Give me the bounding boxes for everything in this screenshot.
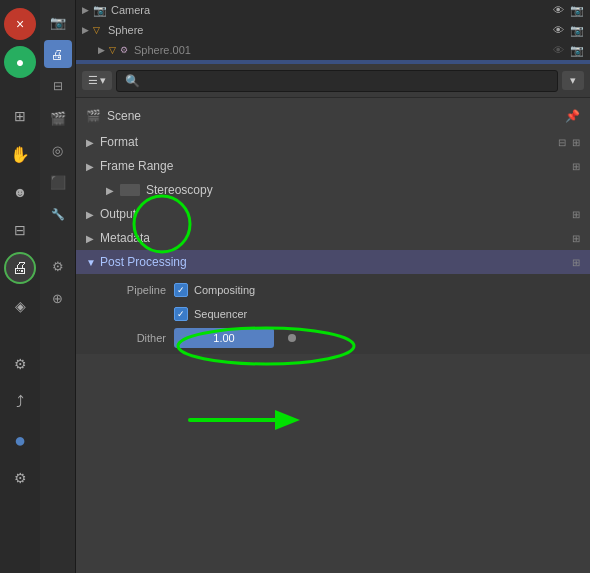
sphere-label: Sphere <box>108 24 143 36</box>
modifier-icon[interactable]: 🔧 <box>44 200 72 228</box>
frame-range-icon1: ⊞ <box>572 161 580 172</box>
search-box[interactable]: 🔍 <box>116 70 558 92</box>
dither-input[interactable] <box>174 328 274 348</box>
eye-icon[interactable]: 👁 <box>553 4 564 17</box>
sphere-icon: ▽ <box>93 25 100 35</box>
compositing-checkbox-row: ✓ Compositing <box>174 283 255 297</box>
sequencer-checkbox[interactable]: ✓ <box>174 307 188 321</box>
dither-label: Dither <box>106 332 166 344</box>
sphere001-row[interactable]: ▶ ▽ ⚙ Sphere.001 👁 📷 <box>76 40 590 60</box>
header-toolbar: ☰ ▾ 🔍 ▾ <box>76 64 590 98</box>
eye-icon2[interactable]: 👁 <box>553 24 564 37</box>
world-props-icon[interactable]: ◎ <box>44 136 72 164</box>
left-sidebar: × ● ⊞ ✋ ☻ ⊟ 🖨 ◈ ⚙ ⤴ ● ⚙ <box>0 0 40 573</box>
post-proc-icons: ⊞ <box>572 257 580 268</box>
metadata-icon: ⊞ <box>572 233 580 244</box>
camera-label: Camera <box>111 4 150 16</box>
render-icon[interactable]: 🖨 <box>4 252 36 284</box>
grab-icon[interactable]: ✋ <box>4 138 36 170</box>
filter-button[interactable]: ▾ <box>562 71 584 90</box>
output-icons: ⊞ <box>572 209 580 220</box>
post-processing-content: Pipeline ✓ Compositing ✓ Sequencer Dithe… <box>76 274 590 354</box>
frame-range-label: Frame Range <box>100 159 572 173</box>
sequencer-checkbox-row: ✓ Sequencer <box>174 307 247 321</box>
output-label: Output <box>100 207 572 221</box>
settings-icon[interactable]: ⚙ <box>4 348 36 380</box>
section-frame-range[interactable]: ▶ Frame Range ⊞ <box>76 154 590 178</box>
frame-range-arrow: ▶ <box>86 161 100 172</box>
section-output[interactable]: ▶ Output ⊞ <box>76 202 590 226</box>
gear2-icon[interactable]: ⚙ <box>4 462 36 494</box>
render-icon2[interactable]: 📷 <box>570 24 584 37</box>
scene-props-icon[interactable]: 🎬 <box>44 104 72 132</box>
expand-arrow3: ▶ <box>98 45 105 55</box>
render-props-icon[interactable]: 📷 <box>44 8 72 36</box>
sphere001-icon: ▽ <box>109 45 116 55</box>
section-stereoscopy[interactable]: ▶ Stereoscopy <box>76 178 590 202</box>
render-icon3[interactable]: 📷 <box>570 44 584 57</box>
search-icon: 🔍 <box>125 74 140 88</box>
minimize-button[interactable]: ● <box>4 46 36 78</box>
pipeline-label: Pipeline <box>106 284 166 296</box>
object-props-icon[interactable]: ⬛ <box>44 168 72 196</box>
expand-arrow: ▶ <box>82 5 89 15</box>
physics-icon[interactable]: ⊕ <box>44 284 72 312</box>
section-format[interactable]: ▶ Format ⊟ ⊞ <box>76 130 590 154</box>
camera-icon: 📷 <box>93 4 107 17</box>
format-icons: ⊟ ⊞ <box>558 137 580 148</box>
metadata-arrow: ▶ <box>86 233 100 244</box>
stereoscopy-label: Stereoscopy <box>146 183 580 197</box>
metadata-icons: ⊞ <box>572 233 580 244</box>
grid-icon[interactable]: ⊟ <box>4 214 36 246</box>
post-proc-arrow: ▼ <box>86 257 100 268</box>
scene-header: 🎬 Scene 📌 <box>76 102 590 130</box>
close-button[interactable]: × <box>4 8 36 40</box>
frame-range-icons: ⊞ <box>572 161 580 172</box>
stereoscopy-color-swatch <box>120 184 140 196</box>
metadata-label: Metadata <box>100 231 572 245</box>
view-icon[interactable]: ◈ <box>4 290 36 322</box>
scene-objects-bar: ▶ 📷 Camera 👁 📷 ▶ ▽ Sphere 👁 📷 ▶ ▽ ⚙ Sphe… <box>76 0 590 64</box>
dither-dot-icon <box>288 334 296 342</box>
scene-header-icon: 🎬 <box>86 109 101 123</box>
sequencer-label: Sequencer <box>194 308 247 320</box>
section-post-processing[interactable]: ▼ Post Processing ⊞ <box>76 250 590 274</box>
view-menu-button[interactable]: ☰ ▾ <box>82 71 112 90</box>
output-icon: ⊞ <box>572 209 580 220</box>
sequencer-row: ✓ Sequencer <box>76 302 590 326</box>
scene-header-label: Scene <box>107 109 141 123</box>
compositing-row: Pipeline ✓ Compositing <box>76 278 590 302</box>
post-proc-icon: ⊞ <box>572 257 580 268</box>
sphere001-label: Sphere.001 <box>134 44 191 56</box>
eye-icon3[interactable]: 👁 <box>553 44 564 57</box>
props-content: 🎬 Scene 📌 ▶ Format ⊟ ⊞ ▶ Frame Range ⊞ ▶… <box>76 98 590 573</box>
dot-blue-icon: ● <box>4 424 36 456</box>
post-proc-label: Post Processing <box>100 255 572 269</box>
compositing-label: Compositing <box>194 284 255 296</box>
format-icon2: ⊞ <box>572 137 580 148</box>
format-label: Format <box>100 135 558 149</box>
format-icon1: ⊟ <box>558 137 566 148</box>
curve-icon[interactable]: ⤴ <box>4 386 36 418</box>
stereoscopy-arrow: ▶ <box>106 185 120 196</box>
props-sidebar: 📷 🖨 ⊟ 🎬 ◎ ⬛ 🔧 ⚙ ⊕ <box>40 0 76 573</box>
dither-row: Dither <box>76 326 590 350</box>
output-arrow: ▶ <box>86 209 100 220</box>
sphere-row[interactable]: ▶ ▽ Sphere 👁 📷 <box>76 20 590 40</box>
expand-arrow2: ▶ <box>82 25 89 35</box>
character-icon[interactable]: ☻ <box>4 176 36 208</box>
particles-icon[interactable]: ⚙ <box>44 252 72 280</box>
format-arrow: ▶ <box>86 137 100 148</box>
view-menu-icon: ☰ <box>88 74 98 87</box>
sphere001-icon2: ⚙ <box>120 45 128 55</box>
camera-render-icon[interactable]: 📷 <box>570 4 584 17</box>
layout-icon[interactable]: ⊞ <box>4 100 36 132</box>
output-props-icon[interactable]: 🖨 <box>44 40 72 68</box>
main-panel: ▶ 📷 Camera 👁 📷 ▶ ▽ Sphere 👁 📷 ▶ ▽ ⚙ Sphe… <box>76 0 590 573</box>
view-layer-icon[interactable]: ⊟ <box>44 72 72 100</box>
compositing-checkbox[interactable]: ✓ <box>174 283 188 297</box>
pin-icon[interactable]: 📌 <box>565 109 580 123</box>
view-menu-arrow: ▾ <box>100 74 106 87</box>
camera-row[interactable]: ▶ 📷 Camera 👁 📷 <box>76 0 590 20</box>
section-metadata[interactable]: ▶ Metadata ⊞ <box>76 226 590 250</box>
